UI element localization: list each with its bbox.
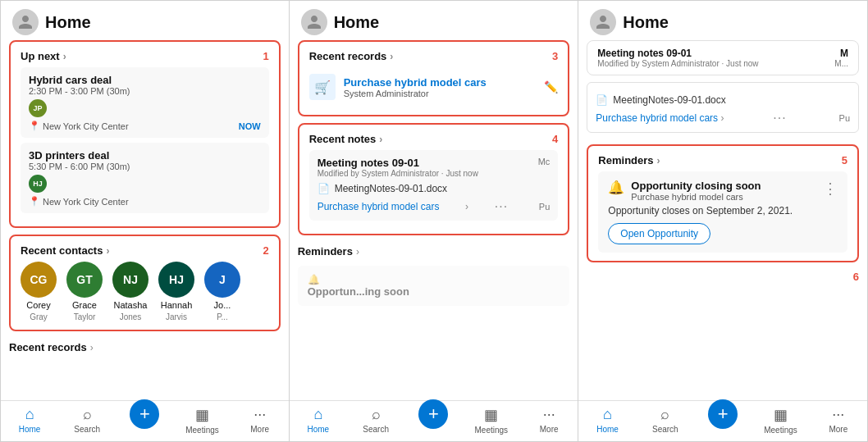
search-icon-1: ⌕ — [83, 406, 92, 423]
meetings-label-3: Meetings — [764, 426, 797, 435]
phone-1-header: Home — [1, 1, 289, 40]
nav-more-1[interactable]: ··· More — [231, 406, 289, 435]
event-1-location: 📍 New York City Center — [29, 121, 129, 131]
note-dots[interactable]: ··· — [495, 199, 508, 214]
contact-avatar-j: J — [204, 262, 240, 298]
up-next-chevron: › — [63, 51, 66, 62]
phones-container: Home Up next › 1 Hybrid cars deal 2:30 P… — [0, 0, 868, 442]
contact-last-nj: Jones — [120, 312, 142, 321]
nav-more-2[interactable]: ··· More — [520, 406, 578, 435]
reminder-more-dots[interactable]: ⋮ — [823, 180, 838, 198]
home-label-3: Home — [596, 425, 619, 434]
event-1: Hybrid cars deal 2:30 PM - 3:00 PM (30m)… — [21, 67, 269, 138]
phone-2: Home Recent records › 3 🛒 Purchase hybri… — [290, 0, 579, 442]
up-next-label: Up next › — [21, 50, 66, 62]
contact-name-hj: Hannah — [161, 300, 193, 310]
meetings-icon-1: ▦ — [195, 406, 209, 424]
phone-3-content: Meeting notes 09-01 Modified by System A… — [578, 40, 867, 400]
reminders-chevron-2: › — [356, 246, 359, 257]
plus-button-3[interactable]: + — [708, 399, 738, 429]
rr-chevron: › — [390, 51, 393, 62]
home-icon-2: ⌂ — [313, 406, 322, 423]
section-6-row: 6 — [587, 269, 859, 285]
notes-number: 4 — [552, 133, 558, 145]
more-icon-1: ··· — [254, 406, 266, 423]
nav-plus-1[interactable]: + — [116, 406, 173, 435]
contact-last-j: P... — [217, 312, 228, 321]
recent-notes-label: Recent notes › — [309, 133, 383, 145]
meeting-notes-card: Meeting notes 09-01 Modified by System A… — [587, 40, 859, 75]
file-link-card: 📄 MeetingNotes-09-01.docx Purchase hybri… — [587, 82, 859, 133]
search-icon-3: ⌕ — [660, 406, 669, 423]
nav-meetings-1[interactable]: ▦ Meetings — [173, 406, 231, 435]
meetings-label-1: Meetings — [185, 426, 219, 435]
record-title-1: Purchase hybrid model cars — [344, 76, 487, 89]
contact-name-nj: Natasha — [114, 300, 148, 310]
contact-last-cg: Gray — [30, 312, 48, 321]
link-3-chevron: › — [720, 112, 724, 124]
nav-home-1[interactable]: ⌂ Home — [1, 406, 58, 435]
contact-last-gt: Taylor — [74, 312, 96, 321]
note-title: Meeting notes 09-01 — [318, 157, 478, 169]
contact-corey[interactable]: CG Corey Gray — [21, 262, 57, 321]
plus-button-1[interactable]: + — [130, 399, 159, 429]
record-item-1[interactable]: 🛒 Purchase hybrid model cars System Admi… — [309, 67, 559, 107]
event-2-time: 5:30 PM - 6:00 PM (30m) — [29, 162, 261, 171]
home-label-1: Home — [19, 425, 41, 434]
contact-avatar-hj: HJ — [158, 262, 194, 298]
recent-records-label: Recent records — [9, 341, 87, 353]
plus-button-2[interactable]: + — [418, 399, 448, 429]
contact-natasha[interactable]: NJ Natasha Jones — [112, 262, 148, 321]
record-text-1: Purchase hybrid model cars System Admini… — [344, 76, 487, 98]
reminder-partial-title: Opportun...ing soon — [308, 285, 409, 298]
nav-home-2[interactable]: ⌂ Home — [290, 406, 347, 435]
meetings-label-2: Meetings — [475, 426, 509, 435]
link-3[interactable]: Purchase hybrid model cars › — [596, 112, 724, 124]
recent-records-card: Recent records › 3 🛒 Purchase hybrid mod… — [298, 40, 570, 116]
meeting-note-2-sub: M... — [834, 59, 848, 68]
nav-home-3[interactable]: ⌂ Home — [578, 406, 636, 435]
nav-meetings-2[interactable]: ▦ Meetings — [463, 406, 520, 435]
reminders-header-3: Reminders › 5 — [598, 154, 847, 166]
nav-plus-3[interactable]: + — [694, 406, 752, 435]
note-link[interactable]: Purchase hybrid model cars — [318, 201, 440, 212]
phone-3-nav: ⌂ Home ⌕ Search + ▦ Meetings ··· More — [578, 400, 867, 441]
reminder-header-3: 🔔 Opportunity closing soon Purchase hybr… — [608, 180, 838, 202]
contact-grace[interactable]: GT Grace Taylor — [66, 262, 103, 321]
avatar-2 — [301, 9, 327, 35]
recent-contacts-label: Recent contacts › — [21, 244, 109, 257]
link-3-dots[interactable]: ··· — [773, 111, 786, 125]
more-label-2: More — [540, 425, 559, 434]
nav-search-1[interactable]: ⌕ Search — [58, 406, 116, 435]
phone-1: Home Up next › 1 Hybrid cars deal 2:30 P… — [0, 0, 290, 442]
reminders-label-2: Reminders — [298, 245, 353, 257]
doc-icon-3: 📄 — [596, 94, 608, 106]
search-label-2: Search — [363, 425, 389, 434]
nav-plus-2[interactable]: + — [404, 406, 462, 435]
contacts-number: 2 — [263, 244, 268, 257]
event-2-location: 📍 New York City Center — [29, 196, 129, 207]
reminder-sub-3: Purchase hybrid model cars — [631, 192, 761, 202]
contact-jo[interactable]: J Jo... P... — [204, 262, 240, 321]
more-icon-2: ··· — [543, 406, 555, 423]
contact-name-j: Jo... — [214, 300, 231, 310]
pu-3: Pu — [839, 113, 850, 123]
record-sub-1: System Administrator — [344, 89, 487, 98]
reminders-label-3: Reminders › — [598, 154, 660, 166]
section-6-number: 6 — [853, 271, 859, 283]
contact-name-cg: Corey — [26, 300, 50, 310]
nav-more-3[interactable]: ··· More — [810, 406, 867, 435]
nav-search-3[interactable]: ⌕ Search — [637, 406, 694, 435]
search-label-1: Search — [74, 425, 100, 434]
reminders-chevron-3: › — [657, 155, 660, 166]
open-opportunity-button[interactable]: Open Opportunity — [608, 223, 710, 244]
avatar — [12, 9, 39, 35]
nav-search-2[interactable]: ⌕ Search — [347, 406, 404, 435]
contact-hannah[interactable]: HJ Hannah Jarvis — [158, 262, 194, 321]
reminders-number-3: 5 — [842, 154, 847, 166]
doc-icon-1: 📄 — [318, 183, 330, 194]
search-icon-2: ⌕ — [372, 406, 381, 423]
event-1-footer: 📍 New York City Center NOW — [29, 121, 261, 131]
nav-meetings-3[interactable]: ▦ Meetings — [752, 406, 809, 435]
reminders-label-row-2: Reminders › — [298, 242, 570, 259]
